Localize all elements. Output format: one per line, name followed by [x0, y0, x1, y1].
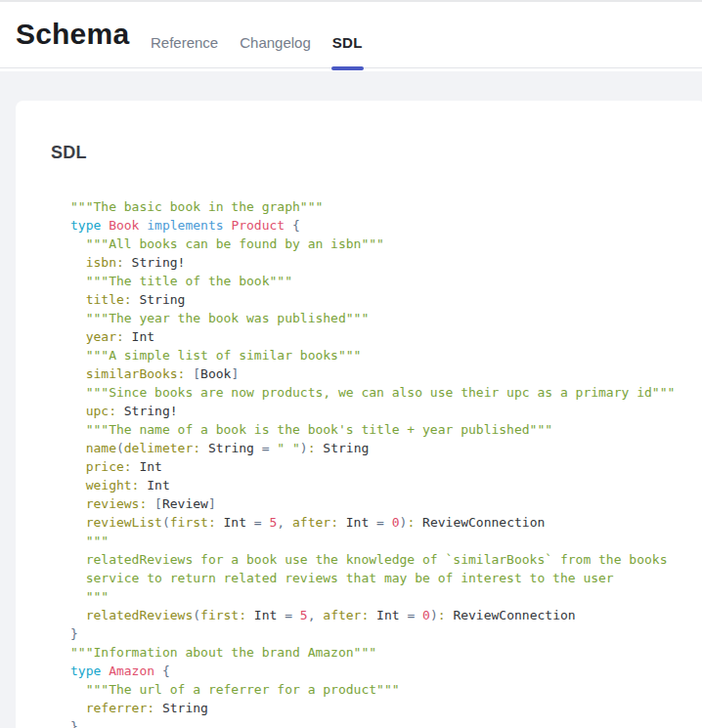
- sdl-card-heading: SDL: [51, 143, 702, 163]
- code-line: reviews: [Review]: [70, 494, 702, 513]
- code-line: relatedReviews(first: Int = 5, after: In…: [70, 606, 702, 624]
- code-line: type Book implements Product {: [70, 216, 702, 235]
- code-line: year: Int: [70, 327, 702, 346]
- code-line: """: [70, 587, 702, 606]
- code-line: """: [70, 532, 702, 550]
- code-line: weight: Int: [70, 476, 702, 494]
- code-line: reviewList(first: Int = 5, after: Int = …: [70, 513, 702, 532]
- code-line: """Information about the brand Amazon""": [70, 643, 702, 662]
- code-line: """The name of a book is the book's titl…: [70, 420, 702, 439]
- code-line: """A simple list of similar books""": [70, 346, 702, 364]
- code-line: upc: String!: [70, 402, 702, 420]
- code-line: """Since books are now products, we can …: [70, 383, 702, 402]
- schema-tabs: Reference Changelog SDL: [151, 34, 363, 51]
- code-line: service to return related reviews that m…: [70, 569, 702, 587]
- code-line: """The year the book was published""": [70, 309, 702, 327]
- sdl-code-block: """The basic book in the graph"""type Bo…: [70, 197, 702, 728]
- active-tab-underline: [331, 66, 364, 70]
- code-line: price: Int: [70, 457, 702, 476]
- content-area: SDL """The basic book in the graph"""typ…: [0, 71, 702, 728]
- schema-page: Schema Reference Changelog SDL SDL """Th…: [0, 0, 702, 728]
- code-line: relatedReviews for a book use the knowle…: [70, 550, 702, 569]
- code-line: }: [70, 717, 702, 728]
- page-title: Schema: [16, 18, 129, 51]
- code-line: """The title of the book""": [70, 272, 702, 290]
- code-line: """The basic book in the graph""": [70, 197, 702, 216]
- code-line: """All books can be found by an isbn""": [70, 235, 702, 253]
- code-line: referrer: String: [70, 699, 702, 717]
- code-line: isbn: String!: [70, 253, 702, 272]
- tab-reference[interactable]: Reference: [151, 34, 218, 51]
- page-header: Schema Reference Changelog SDL: [0, 0, 702, 68]
- code-line: similarBooks: [Book]: [70, 364, 702, 383]
- code-line: """The url of a referrer for a product""…: [70, 680, 702, 699]
- tab-sdl[interactable]: SDL: [332, 34, 363, 51]
- tab-changelog[interactable]: Changelog: [240, 34, 311, 51]
- tab-sdl-label: SDL: [332, 34, 363, 51]
- code-line: type Amazon {: [70, 662, 702, 680]
- code-line: name(delimeter: String = " "): String: [70, 439, 702, 457]
- sdl-card: SDL """The basic book in the graph"""typ…: [16, 101, 702, 728]
- code-line: title: String: [70, 290, 702, 309]
- code-line: }: [70, 624, 702, 643]
